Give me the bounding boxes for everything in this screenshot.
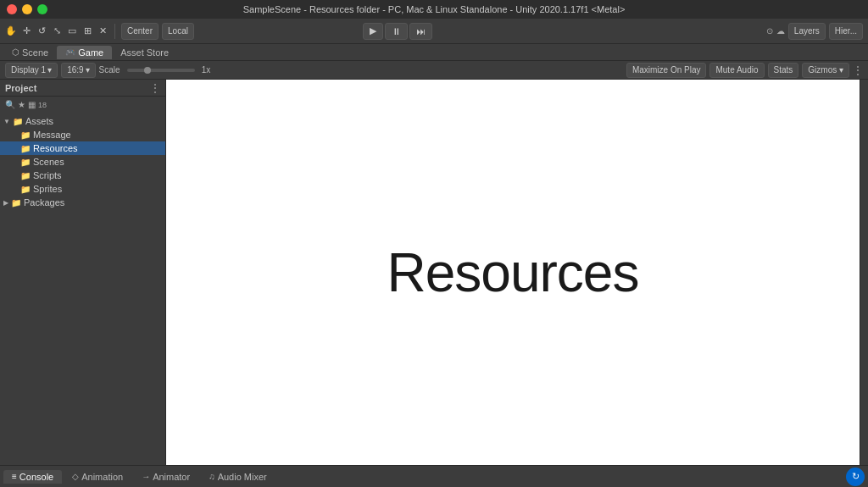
display-button[interactable]: Display 1 ▾ xyxy=(5,63,58,78)
tree-item-scenes[interactable]: 📁 Scenes xyxy=(0,155,165,169)
packages-chevron-icon: ▶ xyxy=(3,199,8,207)
play-button[interactable]: ▶ xyxy=(363,23,383,40)
game-toolbar: Display 1 ▾ 16:9 ▾ Scale 1x Maximize On … xyxy=(0,61,868,80)
scale-track[interactable] xyxy=(127,69,195,72)
minimize-button[interactable] xyxy=(22,4,32,14)
game-tab-label: Game xyxy=(78,47,103,58)
tree-item-assets-label: Assets xyxy=(25,116,53,126)
message-folder-icon: 📁 xyxy=(20,130,31,140)
scenes-folder-icon: 📁 xyxy=(20,158,31,167)
navigate-icon: ↻ xyxy=(852,471,860,482)
animator-tab-icon: → xyxy=(142,472,150,481)
assets-folder-icon: 📁 xyxy=(13,117,23,126)
console-tab-label: Console xyxy=(19,472,53,482)
tree-item-scripts[interactable]: 📁 Scripts xyxy=(0,169,165,182)
center-button[interactable]: Center xyxy=(121,23,159,40)
display-label: Display 1 xyxy=(11,65,46,75)
tab-audio-mixer[interactable]: ♫ Audio Mixer xyxy=(200,470,275,484)
packages-folder-icon: 📁 xyxy=(11,198,21,208)
game-view: Resources xyxy=(166,80,860,465)
tree-item-message-label: Message xyxy=(33,130,71,140)
tree-item-sprites-label: Sprites xyxy=(33,184,62,194)
search-icon: 🔍 xyxy=(5,100,15,109)
title-bar: SampleScene - Resources folder - PC, Mac… xyxy=(0,0,868,19)
step-button[interactable]: ⏭ xyxy=(409,23,432,40)
hier-button[interactable]: Hier... xyxy=(829,23,863,40)
bottom-right: ↻ xyxy=(846,468,865,486)
tab-animator[interactable]: → Animator xyxy=(133,470,198,484)
tab-game[interactable]: 🎮 Game xyxy=(57,46,112,59)
separator-1 xyxy=(114,24,115,39)
tree-item-sprites[interactable]: 📁 Sprites xyxy=(0,182,165,196)
scene-tab-label: Scene xyxy=(22,47,48,58)
mute-audio-button[interactable]: Mute Audio xyxy=(709,63,764,78)
tab-console[interactable]: ≡ Console xyxy=(3,470,62,484)
scale-thumb[interactable] xyxy=(144,67,151,74)
custom-tool-icon[interactable]: ✕ xyxy=(97,25,108,37)
resources-folder-icon: 📁 xyxy=(20,144,31,153)
tree-item-assets[interactable]: ▼ 📁 Assets xyxy=(0,114,165,128)
tree-item-resources-label: Resources xyxy=(33,143,78,153)
tree-item-resources[interactable]: 📁 Resources xyxy=(0,141,165,155)
icon-view-icon: ▦ xyxy=(28,100,36,109)
maximize-button[interactable] xyxy=(37,4,47,14)
stats-button[interactable]: Stats xyxy=(768,63,799,78)
panel-search-area: 🔍 ★ ▦ 18 xyxy=(5,100,160,109)
tree-item-packages-label: Packages xyxy=(24,197,64,208)
tree-item-packages[interactable]: ▶ 📁 Packages xyxy=(0,196,165,209)
layers-button[interactable]: Layers xyxy=(788,23,826,40)
display-chevron-icon: ▾ xyxy=(47,65,52,75)
tab-asset-store[interactable]: Asset Store xyxy=(112,46,177,59)
transform-tool-icon[interactable]: ⊞ xyxy=(81,25,93,37)
project-panel-header: Project ⋮ xyxy=(0,80,165,97)
local-button[interactable]: Local xyxy=(162,23,194,40)
toolbar-right: ⊙ ☁ Layers Hier... xyxy=(766,23,863,40)
gizmos-label: Gizmos xyxy=(808,65,837,75)
options-icon[interactable]: ⋮ xyxy=(853,64,863,76)
animation-tab-label: Animation xyxy=(81,472,123,482)
project-panel-title: Project xyxy=(5,83,36,93)
collab-icon: ⊙ xyxy=(766,26,773,36)
console-tab-icon: ≡ xyxy=(12,472,17,481)
assets-chevron-icon: ▼ xyxy=(3,118,10,125)
scale-label: Scale xyxy=(99,65,120,75)
file-tree: ▼ 📁 Assets 📁 Message 📁 Resources 📁 Scene… xyxy=(0,113,165,465)
tree-item-scenes-label: Scenes xyxy=(33,157,64,167)
game-right-btns: Maximize On Play Mute Audio Stats Gizmos… xyxy=(626,63,863,78)
main-toolbar: ✋ ✛ ↺ ⤡ ▭ ⊞ ✕ Center Local ▶ ⏸ ⏭ ⊙ ☁ Lay… xyxy=(0,19,868,44)
pause-button[interactable]: ⏸ xyxy=(385,23,408,40)
tab-animation[interactable]: ◇ Animation xyxy=(64,470,131,484)
counter-badge: 18 xyxy=(38,101,47,109)
view-tabs: ⬡ Scene 🎮 Game Asset Store xyxy=(0,44,868,61)
hierarchy-panel xyxy=(860,80,868,465)
animator-tab-label: Animator xyxy=(153,472,190,482)
scripts-folder-icon: 📁 xyxy=(20,171,31,180)
audio-mixer-tab-label: Audio Mixer xyxy=(218,472,267,482)
scale-tool-icon[interactable]: ⤡ xyxy=(51,25,63,37)
resources-main-text: Resources xyxy=(387,241,639,304)
tree-item-scripts-label: Scripts xyxy=(33,170,62,180)
rotate-tool-icon[interactable]: ↺ xyxy=(36,25,47,37)
hand-tool-icon[interactable]: ✋ xyxy=(5,25,17,37)
tree-item-message[interactable]: 📁 Message xyxy=(0,128,165,141)
tab-scene[interactable]: ⬡ Scene xyxy=(3,46,57,59)
rect-tool-icon[interactable]: ▭ xyxy=(66,25,78,37)
aspect-chevron-icon: ▾ xyxy=(86,65,90,75)
game-canvas: Resources xyxy=(166,80,860,465)
cloud-icon: ☁ xyxy=(776,26,785,36)
navigate-button[interactable]: ↻ xyxy=(846,468,865,486)
move-tool-icon[interactable]: ✛ xyxy=(20,25,32,37)
main-area: Project ⋮ 🔍 ★ ▦ 18 ▼ 📁 Assets 📁 Message … xyxy=(0,80,868,465)
aspect-button[interactable]: 16:9 ▾ xyxy=(61,63,95,78)
panel-menu-icon[interactable]: ⋮ xyxy=(150,82,160,94)
bottom-bar: ≡ Console ◇ Animation → Animator ♫ Audio… xyxy=(0,465,868,487)
close-button[interactable] xyxy=(7,4,17,14)
play-controls: ▶ ⏸ ⏭ xyxy=(363,23,432,40)
maximize-on-play-button[interactable]: Maximize On Play xyxy=(626,63,707,78)
game-tab-icon: 🎮 xyxy=(65,47,75,57)
animation-tab-icon: ◇ xyxy=(72,472,79,481)
window-title: SampleScene - Resources folder - PC, Mac… xyxy=(243,4,626,14)
gizmos-button[interactable]: Gizmos ▾ xyxy=(802,63,849,78)
scale-value: 1x xyxy=(202,65,211,75)
scene-tab-icon: ⬡ xyxy=(12,47,19,57)
